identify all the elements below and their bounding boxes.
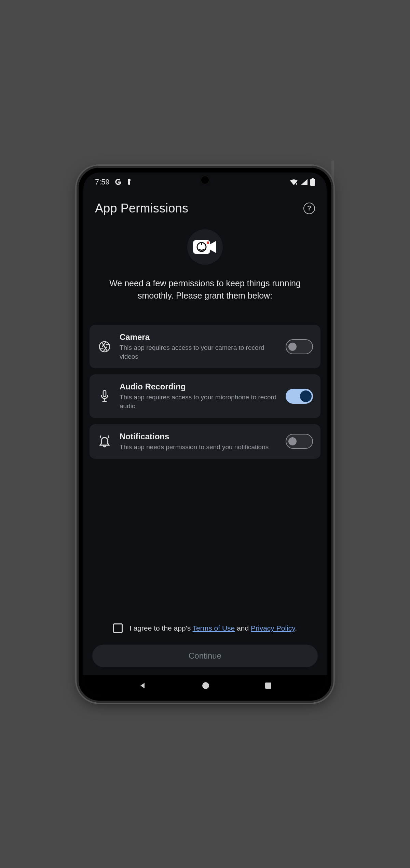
- hero-text: We need a few permissions to keep things…: [100, 277, 310, 302]
- agree-checkbox[interactable]: [113, 623, 123, 633]
- permission-card-camera: Camera This app requires access to your …: [90, 325, 320, 368]
- cellular-icon: [301, 179, 308, 185]
- wifi-icon: [290, 179, 298, 185]
- nav-home-button[interactable]: [202, 682, 209, 689]
- bell-icon: [97, 434, 112, 449]
- svg-rect-9: [207, 242, 209, 244]
- status-time: 7:59: [95, 178, 110, 187]
- google-icon: [114, 178, 122, 186]
- permission-desc: This app needs permission to send you no…: [120, 443, 278, 452]
- front-camera-hole: [200, 175, 210, 185]
- app-camera-icon: [193, 239, 217, 255]
- permission-title: Camera: [120, 332, 278, 342]
- notifications-toggle[interactable]: [286, 434, 313, 449]
- svg-rect-8: [201, 243, 202, 245]
- svg-rect-3: [296, 183, 297, 185]
- microphone-icon: [97, 389, 112, 404]
- continue-button[interactable]: Continue: [92, 645, 318, 667]
- hero-section: We need a few permissions to keep things…: [83, 226, 327, 319]
- permission-desc: This app requires access to your camera …: [120, 343, 278, 361]
- agree-text: I agree to the app's Terms of Use and Pr…: [129, 624, 297, 632]
- aperture-icon: [97, 339, 112, 354]
- battery-icon: [310, 178, 315, 186]
- svg-point-20: [202, 682, 209, 689]
- agree-and: and: [235, 624, 251, 632]
- permissions-list: Camera This app requires access to your …: [83, 319, 327, 465]
- permission-title: Notifications: [120, 432, 278, 441]
- audio-toggle[interactable]: [286, 389, 313, 404]
- svg-rect-1: [128, 181, 130, 185]
- nav-back-button[interactable]: [138, 681, 147, 690]
- side-button-volume[interactable]: [331, 161, 334, 202]
- privacy-link[interactable]: Privacy Policy: [251, 624, 295, 632]
- agree-period: .: [295, 624, 297, 632]
- agree-row: I agree to the app's Terms of Use and Pr…: [83, 620, 327, 642]
- permission-card-audio: Audio Recording This app requires access…: [90, 374, 320, 418]
- permission-card-notifications: Notifications This app needs permission …: [90, 424, 320, 459]
- question-mark-icon: ?: [307, 204, 311, 212]
- help-button[interactable]: ?: [303, 203, 315, 214]
- app-icon-badge: [187, 229, 223, 265]
- nav-recent-button[interactable]: [265, 682, 272, 689]
- system-navbar: [83, 675, 327, 696]
- permission-desc: This app requires access to your microph…: [120, 393, 278, 410]
- agree-pre: I agree to the app's: [129, 624, 193, 632]
- permission-title: Audio Recording: [120, 382, 278, 391]
- svg-rect-5: [310, 179, 315, 186]
- page-title: App Permissions: [95, 201, 188, 216]
- terms-link[interactable]: Terms of Use: [193, 624, 235, 632]
- page-header: App Permissions ?: [83, 192, 327, 226]
- svg-rect-17: [103, 390, 106, 397]
- camera-toggle[interactable]: [286, 339, 313, 354]
- phone-frame: 7:59: [79, 168, 331, 701]
- side-button-power[interactable]: [331, 225, 334, 256]
- svg-rect-21: [265, 683, 271, 689]
- lock-icon: [127, 179, 132, 185]
- continue-label: Continue: [189, 651, 221, 661]
